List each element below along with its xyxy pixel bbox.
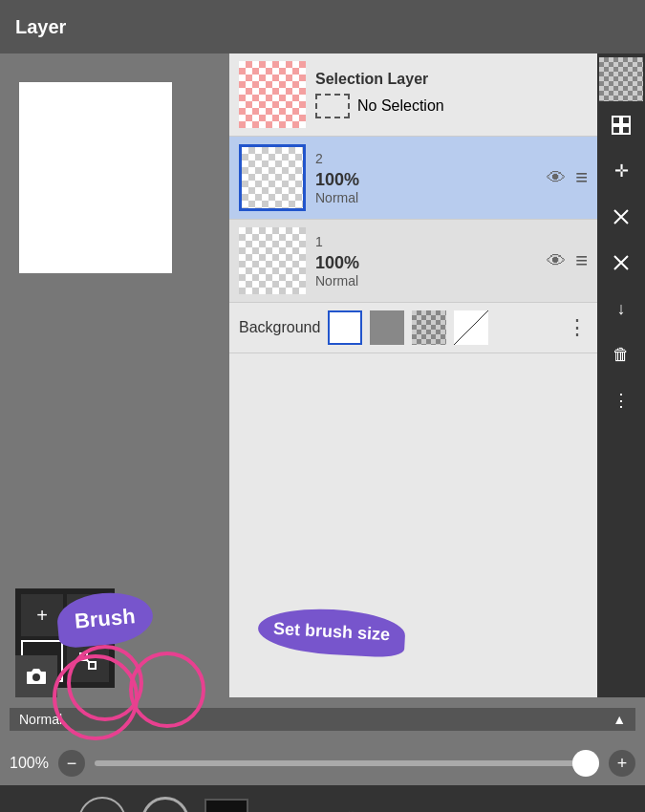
opacity-value: 100% — [10, 755, 49, 772]
rt-down-button[interactable]: ↓ — [599, 287, 643, 331]
rt-more-button[interactable]: ⋮ — [599, 378, 643, 422]
add-layer-button[interactable]: + — [21, 594, 63, 636]
header: Layer — [0, 0, 645, 53]
merge-button[interactable] — [67, 640, 109, 682]
selection-layer-thumb — [239, 61, 306, 128]
selection-layer-row[interactable]: Selection Layer No Selection — [229, 53, 597, 137]
layer-1-visibility-toggle[interactable]: 👁 — [547, 250, 566, 272]
svg-rect-6 — [613, 117, 620, 124]
layer-1-row[interactable]: 1 100% Normal 👁 ≡ — [229, 220, 597, 303]
back-button[interactable]: ← — [390, 797, 438, 812]
canvas-preview — [19, 82, 172, 273]
layer-1-blend: Normal — [315, 273, 537, 288]
rt-combine-button[interactable] — [599, 103, 643, 147]
layer-2-opacity: 100% — [315, 170, 537, 190]
camera-button[interactable] — [15, 655, 57, 697]
layer-2-visibility-toggle[interactable]: 👁 — [547, 167, 566, 189]
mode-dropdown[interactable]: Normal ▲ — [10, 708, 635, 731]
opacity-slider[interactable] — [95, 760, 599, 766]
layer-1-details: 1 100% Normal — [315, 234, 537, 288]
color-swatch[interactable] — [204, 799, 248, 812]
mode-chevron-icon: ▲ — [613, 712, 626, 727]
layer-1-menu-icon[interactable]: ≡ — [575, 248, 588, 273]
move-down-end-button[interactable]: ⇓ — [327, 797, 375, 812]
svg-rect-7 — [622, 117, 630, 124]
opacity-slider-thumb[interactable] — [572, 750, 599, 777]
transform-button[interactable] — [15, 797, 63, 812]
layer-2-details: 2 100% Normal — [315, 151, 537, 205]
brush-size-button[interactable]: 3.2 — [141, 797, 189, 812]
move-down-button[interactable]: ↓ — [264, 797, 312, 812]
selection-no-sel: No Selection — [315, 94, 588, 118]
svg-point-5 — [32, 673, 40, 681]
layer-2-row[interactable]: 2 100% Normal 👁 ≡ — [229, 137, 597, 220]
selection-layer-name: Selection Layer — [315, 71, 588, 88]
opacity-bar: 100% − + — [0, 741, 645, 785]
rt-move-button[interactable]: ✛ — [599, 149, 643, 193]
svg-rect-2 — [80, 653, 87, 660]
duplicate-layer-button[interactable] — [67, 594, 109, 636]
svg-rect-9 — [622, 126, 630, 134]
svg-rect-8 — [613, 126, 620, 134]
layer-1-num: 1 — [315, 234, 537, 249]
layer-2-menu-icon[interactable]: ≡ — [575, 165, 588, 190]
mode-label: Normal — [19, 712, 62, 727]
svg-rect-3 — [89, 662, 96, 669]
selection-layer-info: Selection Layer No Selection — [315, 71, 588, 118]
header-title: Layer — [15, 16, 66, 38]
bottom-toolbar: 3.2 ↓ ⇓ ← — [0, 785, 645, 812]
background-row[interactable]: Background ⋮ — [229, 303, 597, 353]
layer-2-thumb — [239, 144, 306, 211]
opacity-plus-button[interactable]: + — [609, 750, 635, 777]
rt-flip-v-button[interactable] — [599, 241, 643, 285]
background-swatch-diagonal[interactable] — [454, 310, 488, 345]
mode-bar: Normal ▲ — [0, 697, 645, 741]
layer-2-blend: Normal — [315, 190, 537, 205]
no-selection-text: No Selection — [357, 97, 444, 115]
main-area: + + — [0, 53, 645, 697]
svg-rect-0 — [79, 610, 91, 624]
layer-1-thumb — [239, 227, 306, 294]
selection-dashed-rect — [315, 94, 350, 118]
svg-rect-1 — [83, 607, 95, 620]
layer-1-opacity: 100% — [315, 253, 537, 273]
background-label: Background — [239, 319, 320, 336]
rt-flip-h-button[interactable] — [599, 195, 643, 239]
background-more-icon[interactable]: ⋮ — [567, 315, 588, 340]
left-panel: + + — [0, 53, 229, 697]
brush-button[interactable] — [78, 797, 126, 812]
background-swatch-gray[interactable] — [370, 310, 404, 345]
opacity-minus-button[interactable]: − — [58, 750, 85, 777]
layer-2-num: 2 — [315, 151, 537, 166]
background-swatch-checker[interactable] — [412, 310, 446, 345]
svg-line-4 — [87, 660, 89, 662]
layers-panel: Selection Layer No Selection 2 100% Norm… — [229, 53, 597, 697]
rt-trash-button[interactable]: 🗑 — [599, 332, 643, 376]
rt-checker-button[interactable] — [599, 57, 643, 101]
right-toolbar: ✛ ↓ 🗑 ⋮ — [597, 53, 645, 697]
background-swatch-white[interactable] — [328, 310, 362, 345]
